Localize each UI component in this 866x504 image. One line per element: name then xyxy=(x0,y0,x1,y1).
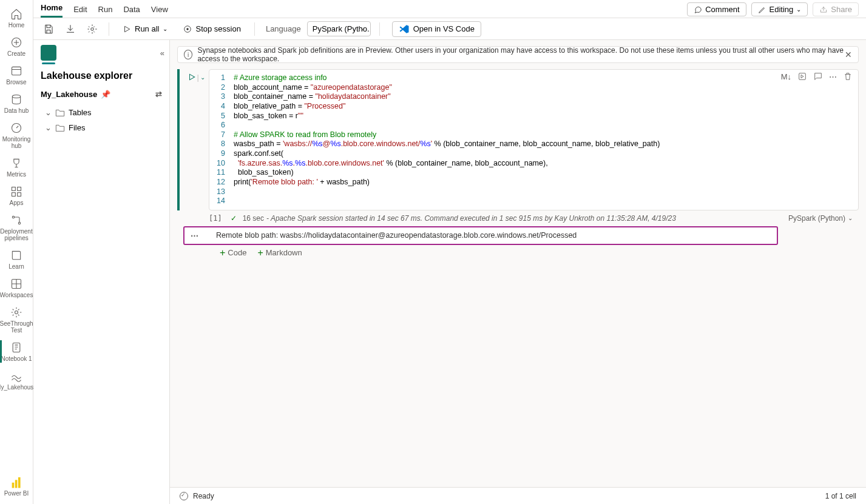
pipeline-icon xyxy=(10,213,23,227)
nav-notebook1[interactable]: Notebook 1 xyxy=(0,337,33,366)
tab-run[interactable]: Run xyxy=(98,5,113,18)
nav-seethrough[interactable]: SeeThrough Test xyxy=(0,302,33,337)
language-select[interactable]: PySpark (Pytho... xyxy=(307,21,371,36)
exec-detail: - Apache Spark session started in 14 sec… xyxy=(266,214,676,223)
add-code-cell-button[interactable]: + Code xyxy=(220,247,246,258)
svg-rect-4 xyxy=(12,187,16,191)
save-button[interactable] xyxy=(41,21,56,37)
markdown-toggle-button[interactable]: M↓ xyxy=(781,72,791,81)
check-icon: ✓ xyxy=(231,214,237,223)
nav-label: Apps xyxy=(10,200,24,206)
tab-edit[interactable]: Edit xyxy=(73,5,87,18)
tree-item-files[interactable]: ⌄ Files xyxy=(33,120,169,135)
share-button[interactable]: Share xyxy=(813,2,859,16)
folder-icon xyxy=(55,124,65,132)
tab-data[interactable]: Data xyxy=(123,5,140,18)
nav-label: Browse xyxy=(6,79,26,86)
home-icon xyxy=(10,7,23,21)
nav-label: Create xyxy=(7,50,25,57)
nav-pipelines[interactable]: Deployment pipelines xyxy=(0,210,33,245)
vscode-icon xyxy=(399,24,410,35)
trophy-icon xyxy=(10,156,23,170)
ready-icon xyxy=(180,492,188,500)
svg-point-2 xyxy=(12,95,20,98)
more-cell-button[interactable]: ⋯ xyxy=(829,72,837,81)
preview-banner: i Synapse notebooks and Spark job defini… xyxy=(177,46,859,63)
apps-icon xyxy=(10,185,23,198)
nav-apps[interactable]: Apps xyxy=(0,181,33,210)
nav-label: Data hub xyxy=(4,107,29,114)
download-button[interactable] xyxy=(63,21,78,37)
lakehouse-explorer: « Lakehouse explorer My_Lakehouse 📌 ⇄ ⌄ … xyxy=(33,40,170,504)
svg-point-9 xyxy=(18,222,20,224)
collapse-explorer-button[interactable]: « xyxy=(160,49,164,58)
nav-label: Monitoring hub xyxy=(0,136,33,149)
tab-view[interactable]: View xyxy=(151,5,168,18)
cell-output: ⋯ Remote blob path: wasbs://holidaydatac… xyxy=(183,226,778,245)
chevron-down-icon: ⌄ xyxy=(163,25,167,32)
nav-monitoring[interactable]: Monitoring hub xyxy=(0,118,33,153)
settings-button[interactable] xyxy=(84,21,100,37)
svg-rect-6 xyxy=(12,193,16,197)
delete-cell-button[interactable] xyxy=(843,72,853,81)
nav-browse[interactable]: Browse xyxy=(0,61,33,89)
nav-create[interactable]: Create xyxy=(0,32,33,61)
run-all-button[interactable]: Run all ⌄ xyxy=(118,22,172,35)
plus-icon: + xyxy=(257,247,263,258)
svg-point-8 xyxy=(12,216,14,218)
nav-workspaces[interactable]: Workspaces xyxy=(0,274,33,302)
chevron-down-icon[interactable]: ⌄ xyxy=(200,74,205,210)
chevron-down-icon[interactable]: ⌄ xyxy=(848,215,853,221)
lakehouse-icon xyxy=(10,369,23,383)
toolbar: Run all ⌄ Stop session Language PySpark … xyxy=(33,18,866,40)
tab-home[interactable]: Home xyxy=(41,3,63,18)
ribbon-tabs: Home Edit Run Data View Comment Editing … xyxy=(33,0,866,18)
status-ready: Ready xyxy=(193,492,214,500)
status-bar: Ready 1 of 1 cell xyxy=(170,487,866,504)
cell-gutter: | ⌄ xyxy=(180,69,209,210)
svg-rect-14 xyxy=(15,480,18,488)
run-cell-button[interactable] xyxy=(188,73,196,210)
nav-data-hub[interactable]: Data hub xyxy=(0,89,33,118)
lakehouse-name-row[interactable]: My_Lakehouse 📌 ⇄ xyxy=(33,87,169,105)
nav-label: Deployment pipelines xyxy=(0,228,33,241)
add-markdown-cell-button[interactable]: + Markdown xyxy=(257,247,302,258)
open-in-vscode-button[interactable]: Open in VS Code xyxy=(392,21,481,37)
chevron-down-icon: ⌄ xyxy=(44,108,52,117)
run-below-button[interactable] xyxy=(797,72,807,81)
exec-language[interactable]: PySpark (Python) xyxy=(788,214,845,223)
powerbi-logo: Power BI xyxy=(4,471,29,504)
gutter-separator: | xyxy=(197,73,199,210)
nav-learn[interactable]: Learn xyxy=(0,245,33,274)
close-banner-button[interactable]: ✕ xyxy=(845,50,852,59)
book-icon xyxy=(10,249,23,262)
play-icon xyxy=(123,25,131,33)
refresh-icon[interactable]: ⇄ xyxy=(155,90,162,99)
nav-label: Notebook 1 xyxy=(1,355,32,362)
comment-button[interactable]: Comment xyxy=(687,2,746,16)
comment-cell-button[interactable] xyxy=(813,72,823,81)
pin-icon[interactable]: 📌 xyxy=(101,90,110,99)
pencil-icon xyxy=(758,5,766,14)
svg-point-11 xyxy=(15,311,18,314)
gear-icon xyxy=(10,306,23,319)
status-cells: 1 of 1 cell xyxy=(825,492,856,500)
share-icon xyxy=(819,5,828,14)
nav-metrics[interactable]: Metrics xyxy=(0,153,33,181)
svg-rect-19 xyxy=(799,73,806,80)
nav-mylakehouse[interactable]: My_Lakehouse xyxy=(0,366,33,394)
tree-item-tables[interactable]: ⌄ Tables xyxy=(33,105,169,120)
output-menu-button[interactable]: ⋯ xyxy=(191,231,199,240)
nav-label: Metrics xyxy=(7,171,26,178)
nav-home[interactable]: Home xyxy=(0,4,33,32)
execution-status-row: [1] ✓ 16 sec - Apache Spark session star… xyxy=(177,214,859,223)
nav-label: Learn xyxy=(8,263,24,270)
folder-icon xyxy=(55,109,65,117)
svg-rect-7 xyxy=(18,193,21,197)
main-column: Home Edit Run Data View Comment Editing … xyxy=(33,0,866,504)
stop-session-button[interactable]: Stop session xyxy=(178,22,245,35)
chevron-down-icon: ⌄ xyxy=(796,6,801,13)
code-editor[interactable]: 1# Azure storage access info2blob_accoun… xyxy=(209,69,859,210)
banner-text: Synapse notebooks and Spark job definiti… xyxy=(197,46,845,63)
editing-button[interactable]: Editing ⌄ xyxy=(751,2,808,16)
